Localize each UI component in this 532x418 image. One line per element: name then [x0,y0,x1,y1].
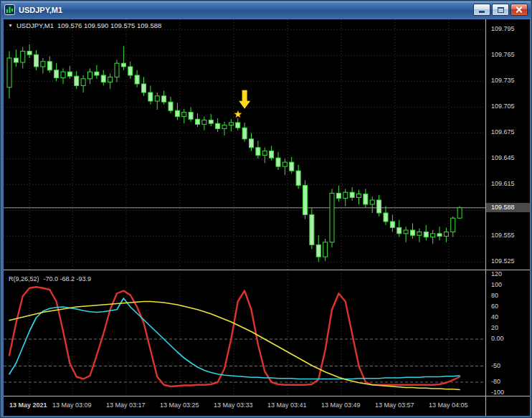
price-axis: 109.588 109.795109.765109.735109.705109.… [486,19,530,416]
time-axis-label: 13 May 03:49 [321,402,361,409]
indicator-line-fast [9,287,460,386]
price-axis-label: 109.645 [491,154,515,161]
chart-symbol-label: USDJPY,M1 [16,22,54,29]
current-price-value: 109.588 [491,204,515,211]
indicator-axis-label: -100 [491,389,504,396]
price-axis-label: 109.615 [491,180,515,187]
time-axis-label: 13 May 03:41 [267,402,307,409]
indicator-label: R(9,26,52) -70.0 -68.2 -93.9 [9,275,91,282]
title-bar[interactable]: USDJPY,M1 [1,1,531,18]
time-axis-label: 13 May 03:17 [106,402,146,409]
indicator-axis-label: 20 [491,324,498,331]
time-axis-label: 13 May 03:25 [160,402,199,409]
time-axis: 13 May 202113 May 03:0913 May 03:1713 Ma… [4,396,485,416]
time-axis-label: 13 May 2021 [9,402,47,409]
indicator-axis-label: 100 [491,281,502,288]
indicator-axis-label: -80 [491,378,500,385]
indicator-axis-label: 120 [491,270,502,277]
indicator-axis-label: -50 [491,362,500,369]
price-axis-label: 109.735 [491,77,515,84]
price-axis-label: 109.705 [491,103,515,110]
main-chart-canvas[interactable]: ★ [4,19,485,270]
candles [7,44,462,262]
indicator-axis-label: 80 [491,292,498,299]
chart-ohlc-values: 109.576 109.590 109.575 109.588 [57,22,161,29]
close-icon [516,6,523,14]
time-axis-label: 13 May 03:57 [375,402,414,409]
indicator-axis-label: 40 [491,313,498,320]
chart-header: ▼ USDJPY,M1 109.576 109.590 109.575 109.… [8,22,161,29]
indicator-axis-label: 0.00 [491,335,504,342]
indicator-axis-label: 60 [491,303,498,310]
chart-window-icon [4,4,15,15]
price-axis-label: 109.525 [491,257,515,265]
minimize-button[interactable] [473,4,490,16]
close-button[interactable] [510,4,528,16]
time-axis-label: 13 May 03:33 [214,402,253,409]
current-price-box: 109.588 [486,203,530,212]
indicator-line-mid [9,298,460,379]
price-axis-label: 109.555 [491,232,515,239]
chart-client-area: ★ ▼ USDJPY,M1 109.576 109.590 109.575 10… [4,19,530,416]
time-axis-label: 13 May 03:09 [52,402,92,409]
maximize-button[interactable] [492,4,509,16]
minimize-icon [479,11,485,13]
indicator-canvas[interactable] [4,273,485,396]
sell-arrow-icon [239,90,250,109]
time-axis-label: 13 May 04:05 [429,402,468,409]
star-icon: ★ [233,108,242,120]
window-title: USDJPY,M1 [19,6,473,14]
indicator-name: R(9,26,52) [9,275,39,282]
window-controls [473,4,528,16]
indicator-values: -70.0 -68.2 -93.9 [44,275,92,282]
symbol-dropdown-icon: ▼ [8,23,13,28]
price-axis-label: 109.675 [491,128,515,136]
price-axis-label: 109.765 [491,51,515,58]
mt4-chart-window: USDJPY,M1 ★ ▼ USDJPY,M1 109.576 109.590 … [0,0,532,418]
price-axis-label: 109.795 [491,25,515,32]
maximize-icon [498,7,504,13]
